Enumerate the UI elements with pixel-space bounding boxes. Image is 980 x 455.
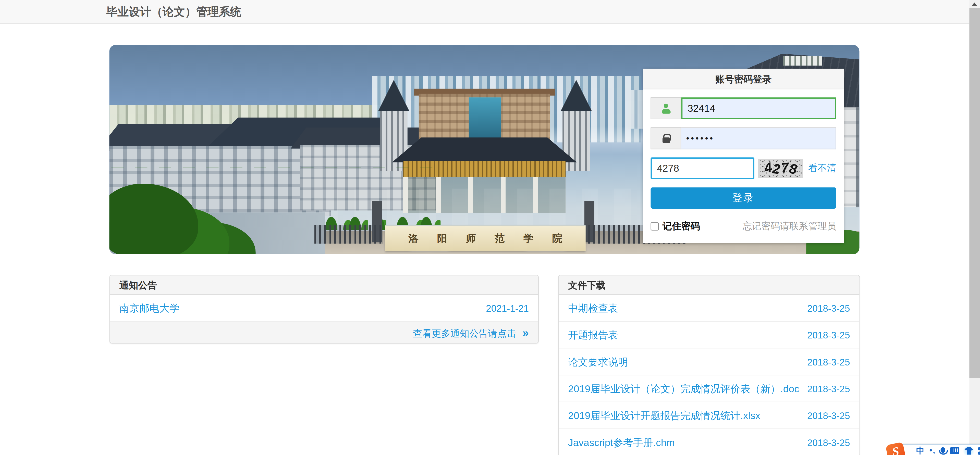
lock-icon — [662, 138, 670, 143]
grid-square — [978, 451, 980, 454]
download-row: Javascript参考手册.chm 2018-3-25 — [558, 429, 859, 455]
double-chevron-right-icon: » — [522, 327, 529, 339]
skin-tshirt-icon[interactable] — [964, 447, 973, 455]
scrollbar-up-arrow[interactable] — [969, 0, 980, 8]
vertical-scrollbar — [969, 0, 980, 455]
login-heading: 账号密码登录 — [643, 68, 844, 89]
download-link[interactable]: Javascript参考手册.chm — [568, 429, 675, 455]
login-button[interactable]: 登录 — [651, 187, 836, 209]
captcha-image[interactable]: 4278 — [758, 159, 803, 178]
notices-more-link[interactable]: 查看更多通知公告请点击 » — [110, 322, 538, 343]
login-options-row: 记住密码 忘记密码请联系管理员 — [651, 220, 836, 232]
download-row: 论文要求说明 2018-3-25 — [558, 349, 859, 376]
password-input[interactable] — [681, 127, 836, 149]
captcha-row: 4278 看不清 — [651, 157, 836, 179]
remember-checkbox[interactable] — [651, 222, 659, 231]
sogou-logo-letter: S — [891, 444, 900, 455]
notices-more-label: 查看更多通知公告请点击 — [413, 328, 516, 339]
download-date: 2018-3-25 — [800, 322, 850, 348]
download-date: 2018-3-25 — [800, 349, 850, 375]
person-icon — [661, 103, 671, 113]
ime-punctuation-icon[interactable]: •, — [929, 447, 936, 453]
banner-penthouse — [783, 56, 822, 65]
sogou-logo[interactable]: S — [885, 442, 906, 455]
page: 毕业设计（论文）管理系统 — [0, 0, 980, 455]
notices-panel: 通知公告 南京邮电大学 2021-1-21 查看更多通知公告请点击 » — [110, 275, 539, 344]
download-row: 中期检查表 2018-3-25 — [558, 295, 859, 322]
ime-chinese-mode-icon[interactable]: 中 — [916, 447, 924, 455]
download-row: 2019届毕业设计开题报告完成情况统计.xlsx 2018-3-25 — [558, 402, 859, 429]
download-date: 2018-3-25 — [800, 402, 850, 428]
download-date: 2018-3-25 — [800, 429, 850, 455]
password-row — [651, 127, 836, 149]
download-date: 2018-3-25 — [800, 295, 850, 321]
captcha-refresh-link[interactable]: 看不清 — [808, 162, 836, 174]
username-addon — [651, 97, 681, 119]
password-addon — [651, 127, 681, 149]
tower-roof — [378, 80, 409, 111]
username-row — [651, 97, 836, 119]
download-row: 开题报告表 2018-3-25 — [558, 322, 859, 349]
captcha-input[interactable] — [651, 157, 754, 179]
login-panel: 账号密码登录 4278 看不清 登录 记住密码 忘记密码请联系管理员 — [643, 68, 844, 243]
downloads-panel: 文件下载 中期检查表 2018-3-25 开题报告表 2018-3-25 论文要… — [558, 275, 860, 455]
forgot-password-text: 忘记密码请联系管理员 — [742, 220, 836, 232]
download-link[interactable]: 2019届毕业设计开题报告完成情况统计.xlsx — [568, 402, 760, 428]
keyboard-icon[interactable] — [950, 447, 959, 454]
grid-square — [978, 447, 980, 450]
microphone-icon[interactable] — [941, 447, 945, 453]
notice-date: 2021-1-21 — [479, 295, 529, 321]
remember-label: 记住密码 — [662, 220, 700, 232]
banner-gate-roof — [392, 138, 577, 162]
scrollbar-thumb[interactable] — [969, 8, 980, 378]
app-header: 毕业设计（论文）管理系统 — [0, 0, 980, 24]
banner-fence — [314, 225, 383, 244]
download-row: 2019届毕业设计（论文）完成情况评价表（新）.doc 2018-3-25 — [558, 376, 859, 402]
school-gate-sign: 洛阳师范学院 — [385, 225, 586, 251]
download-link[interactable]: 论文要求说明 — [568, 349, 628, 375]
notices-heading: 通知公告 — [110, 276, 538, 295]
download-link[interactable]: 中期检查表 — [568, 295, 618, 321]
download-link[interactable]: 2019届毕业设计（论文）完成情况评价表（新）.doc — [568, 376, 799, 402]
school-name-text: 洛阳师范学院 — [390, 232, 581, 245]
download-link[interactable]: 开题报告表 — [568, 322, 618, 348]
downloads-heading: 文件下载 — [558, 276, 859, 295]
notice-link[interactable]: 南京邮电大学 — [119, 295, 180, 321]
notice-row: 南京邮电大学 2021-1-21 — [110, 295, 538, 322]
username-input[interactable] — [681, 97, 836, 119]
download-date: 2018-3-25 — [800, 376, 850, 402]
page-title: 毕业设计（论文）管理系统 — [106, 0, 241, 24]
tower-roof — [561, 80, 592, 111]
ime-menu-grid-icon[interactable] — [978, 447, 980, 454]
ime-toolbar: 中 •, — [900, 444, 980, 455]
